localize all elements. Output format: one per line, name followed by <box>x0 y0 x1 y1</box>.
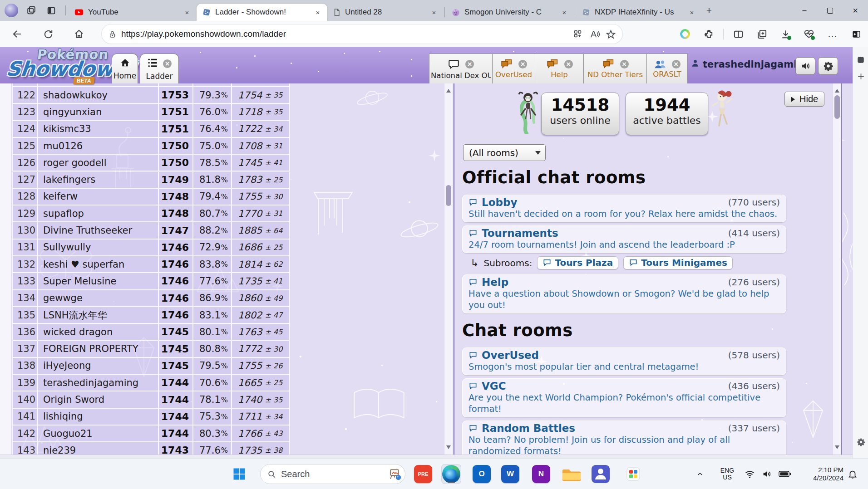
sidebar-add-icon[interactable] <box>855 71 866 82</box>
table-row[interactable]: 140Origin Sword174478.1%1740 ± 35 <box>12 391 291 408</box>
volume-icon[interactable] <box>761 469 773 479</box>
ladder-scrollbar[interactable] <box>444 83 453 455</box>
table-row[interactable]: 131Sullywully174672.9%1686 ± 25 <box>12 240 291 256</box>
back-button[interactable] <box>8 25 26 43</box>
taskbar-app-edge[interactable] <box>441 464 461 484</box>
search-input[interactable]: Search <box>260 464 405 484</box>
close-button[interactable]: × <box>843 0 868 21</box>
room-card-random-battles[interactable]: Random Battles(337 users)No team? No pro… <box>462 421 786 458</box>
table-row[interactable]: 124kikismc33175176.4%1722 ± 34 <box>12 121 291 138</box>
room-tab-close-icon[interactable]: × <box>672 60 681 68</box>
refresh-button[interactable] <box>39 25 57 43</box>
room-name[interactable]: Random Battles <box>482 422 575 434</box>
room-tab-close-icon[interactable]: × <box>465 60 474 68</box>
taskbar-app-word[interactable]: W <box>500 464 520 484</box>
table-row[interactable]: 139terashedinjagaming174470.6%1665 ± 25 <box>12 375 291 391</box>
taskbar-app-teams[interactable] <box>591 464 611 484</box>
tab-close-icon[interactable]: × <box>687 7 697 17</box>
lock-icon[interactable] <box>108 30 117 39</box>
collections-icon[interactable] <box>753 25 771 43</box>
tab-close-icon[interactable]: × <box>559 7 569 17</box>
scroll-up-icon[interactable] <box>835 87 839 93</box>
room-name[interactable]: OverUsed <box>482 349 539 361</box>
room-tab-overused[interactable]: ×OverUsed <box>492 54 535 83</box>
browser-tab[interactable]: Untitled 28× <box>327 4 444 21</box>
room-name[interactable]: VGC <box>482 380 506 392</box>
taskbar-app-outlook[interactable]: O <box>472 464 492 484</box>
table-row[interactable]: 143nie239174377.6%1735 ± 38 <box>12 442 291 455</box>
profile-avatar-icon[interactable] <box>5 4 18 17</box>
tab-close-icon[interactable]: × <box>429 7 439 17</box>
split-screen-icon[interactable] <box>729 25 747 43</box>
rooms-filter-select[interactable]: (All rooms) <box>463 144 546 161</box>
wifi-icon[interactable] <box>744 469 755 479</box>
scroll-down-icon[interactable] <box>446 445 451 451</box>
tray-chevron-icon[interactable] <box>694 468 706 480</box>
room-tab-national-dex-ou[interactable]: ×National Dex OU <box>429 54 493 83</box>
settings-menu-icon[interactable]: … <box>824 25 842 43</box>
table-row[interactable]: 122shadowkukoy175379.3%1754 ± 35 <box>12 87 291 104</box>
room-tab-oraslt[interactable]: ×ORASLT <box>646 54 688 83</box>
table-row[interactable]: 125mu0126175075.0%1708 ± 31 <box>12 138 291 155</box>
taskbar-app-premiere[interactable]: PRE <box>413 464 433 484</box>
downloads-icon[interactable] <box>776 25 794 43</box>
subroom-button-tours-plaza[interactable]: Tours Plaza <box>537 256 618 269</box>
username-display[interactable]: terashedinjagaming <box>691 59 810 70</box>
rewards-icon[interactable] <box>676 25 694 43</box>
app-install-icon[interactable] <box>570 26 586 42</box>
room-name[interactable]: Lobby <box>482 196 517 208</box>
taskbar-app-onenote[interactable]: N <box>531 464 551 484</box>
table-row[interactable]: 137FOREIGN PROPERTY174580.8%1772 ± 30 <box>12 341 291 358</box>
room-card-vgc[interactable]: VGC(436 users)Are you the next World Cha… <box>462 378 786 417</box>
room-card-lobby[interactable]: Lobby(770 users)Still haven't decided on… <box>462 195 786 222</box>
table-row[interactable]: 128keiferw174879.4%1755 ± 30 <box>12 189 291 205</box>
table-row[interactable]: 123qingyunxian175176.0%1718 ± 35 <box>12 104 291 121</box>
table-row[interactable]: 126roger goodell175078.5%1745 ± 41 <box>12 155 291 171</box>
scroll-down-icon[interactable] <box>835 445 839 451</box>
tab-close-icon[interactable]: × <box>182 7 192 17</box>
search-highlight-icon[interactable] <box>389 468 401 480</box>
scrollbar-thumb[interactable] <box>446 185 451 206</box>
table-row[interactable]: 133Super Melusine174677.6%1735 ± 41 <box>12 273 291 290</box>
tab-home[interactable]: Home <box>112 54 138 83</box>
table-row[interactable]: 136wicked dragon174580.1%1763 ± 45 <box>12 324 291 341</box>
minimize-button[interactable]: – <box>792 0 817 21</box>
tab-ladder[interactable]: × Ladder <box>140 54 179 83</box>
table-row[interactable]: 134gewwge174686.9%1860 ± 49 <box>12 290 291 307</box>
url-text[interactable]: https://play.pokemonshowdown.com/ladder <box>121 29 570 39</box>
rooms-scrollbar[interactable] <box>833 83 842 455</box>
start-button[interactable] <box>229 464 249 484</box>
new-tab-button[interactable]: + <box>701 3 717 18</box>
settings-button[interactable] <box>818 57 838 75</box>
browser-tab[interactable]: Ladder - Showdown!× <box>197 4 327 21</box>
ladder-tab-close-icon[interactable]: × <box>163 59 172 68</box>
subroom-button-tours-minigames[interactable]: Tours Minigames <box>623 256 733 269</box>
room-card-overused[interactable]: OverUsed(578 users)Smogon's most popular… <box>462 347 786 375</box>
read-aloud-icon[interactable] <box>586 26 602 42</box>
workspaces-icon[interactable] <box>25 4 38 17</box>
taskbar-clock[interactable]: 2:10 PM 4/20/2024 <box>800 466 843 482</box>
browser-tab[interactable]: NXDP IHateXfinity - Us× <box>576 4 701 21</box>
table-row[interactable]: 132keshi ♥ superfan174683.8%1814 ± 62 <box>12 256 291 273</box>
taskbar-app-explorer[interactable] <box>562 464 582 484</box>
battery-icon[interactable] <box>778 470 792 478</box>
table-row[interactable]: 127lakefingers174981.8%1783 ± 25 <box>12 172 291 189</box>
table-row[interactable]: 138iHyeJeong174579.5%1755 ± 26 <box>12 358 291 375</box>
extensions-icon[interactable] <box>700 25 718 43</box>
browser-tab[interactable]: YouTube× <box>69 4 197 21</box>
maximize-button[interactable] <box>817 0 843 21</box>
language-indicator[interactable]: ENGUS <box>717 467 737 481</box>
table-row[interactable]: 135LSNH流水年华174683.1%1802 ± 47 <box>12 307 291 324</box>
room-tab-close-icon[interactable]: × <box>564 60 573 68</box>
tab-close-icon[interactable]: × <box>313 7 323 17</box>
room-card-tournaments[interactable]: Tournaments(414 users)24/7 room tourname… <box>462 225 786 253</box>
notifications-bell-icon[interactable] <box>846 468 859 480</box>
favorites-star-icon[interactable] <box>602 26 619 42</box>
sidebar-settings-gear-icon[interactable] <box>855 436 866 447</box>
address-bar[interactable]: https://play.pokemonshowdown.com/ladder <box>102 24 622 44</box>
scroll-up-icon[interactable] <box>446 87 451 93</box>
sidebar-app-icon[interactable] <box>855 54 866 65</box>
room-name[interactable]: Help <box>482 276 508 288</box>
table-row[interactable]: 129supaflop174880.7%1770 ± 31 <box>12 205 291 222</box>
table-row[interactable]: 141lishiqing174475.3%1711 ± 34 <box>12 409 291 425</box>
